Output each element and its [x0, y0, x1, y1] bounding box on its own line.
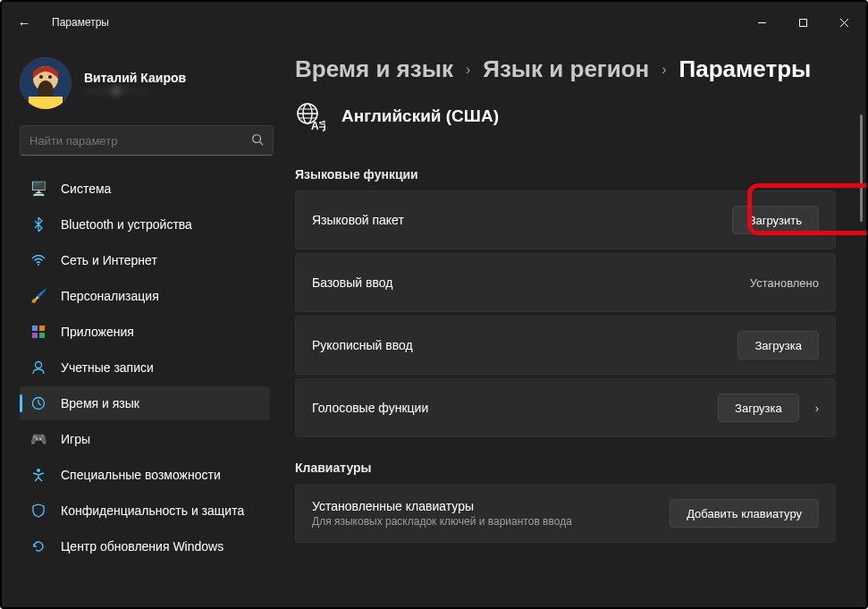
card-subtitle: Для языковых раскладок ключей и варианто…	[312, 515, 572, 528]
download-button[interactable]: Загрузка	[737, 331, 819, 359]
user-block[interactable]: Виталий Каиров ··········@·········	[20, 57, 270, 109]
sidebar-item-personalization[interactable]: 🖌️Персонализация	[20, 279, 270, 313]
close-button[interactable]	[823, 8, 864, 37]
search-icon	[251, 133, 264, 148]
download-button[interactable]: Загрузить	[732, 206, 819, 234]
svg-rect-16	[39, 333, 45, 338]
sidebar: Виталий Каиров ··········@········· 🖥️Си…	[2, 43, 279, 607]
avatar	[20, 57, 72, 109]
sidebar-item-network[interactable]: Сеть и Интернет	[20, 243, 270, 277]
breadcrumb-time-language[interactable]: Время и язык	[295, 55, 453, 83]
download-button[interactable]: Загрузка	[718, 393, 799, 422]
card-speech[interactable]: Голосовые функции Загрузка ›	[295, 378, 836, 437]
card-installed-keyboards[interactable]: Установленные клавиатуры Для языковых ра…	[295, 484, 836, 543]
brush-icon: 🖌️	[30, 288, 46, 304]
svg-point-7	[39, 75, 43, 79]
sidebar-item-gaming[interactable]: 🎮Игры	[20, 422, 270, 456]
sidebar-item-bluetooth[interactable]: Bluetooth и устройства	[20, 207, 270, 241]
person-icon	[30, 359, 46, 376]
card-title: Базовый ввод	[312, 275, 392, 290]
sidebar-item-label: Время и язык	[61, 396, 139, 410]
card-title: Голосовые функции	[312, 401, 428, 415]
svg-point-8	[48, 75, 52, 79]
sidebar-item-label: Учетные записи	[61, 360, 154, 375]
minimize-button[interactable]	[741, 8, 782, 37]
breadcrumb-language-region[interactable]: Язык и регион	[483, 55, 649, 83]
sidebar-item-label: Центр обновления Windows	[61, 539, 223, 554]
settings-window: ← Параметры	[0, 0, 868, 609]
accessibility-icon	[30, 467, 46, 483]
apps-icon	[30, 324, 46, 340]
section-keyboards: Клавиатуры	[295, 461, 866, 475]
shield-icon	[30, 503, 46, 519]
main-panel: Время и язык › Язык и регион › Параметры…	[279, 43, 866, 607]
language-header: A字 Английский (США)	[295, 101, 866, 131]
svg-point-10	[253, 134, 261, 142]
update-icon	[30, 538, 46, 554]
add-keyboard-button[interactable]: Добавить клавиатуру	[670, 499, 819, 528]
card-title: Рукописный ввод	[312, 338, 413, 352]
globe-clock-icon	[30, 395, 46, 411]
card-title: Языковой пакет	[312, 213, 404, 227]
display-icon: 🖥️	[30, 181, 46, 197]
svg-point-17	[36, 362, 42, 368]
card-language-pack: Языковой пакет Загрузить	[295, 190, 836, 250]
user-email: ··········@·········	[84, 85, 186, 96]
nav-list: 🖥️Система Bluetooth и устройства Сеть и …	[20, 172, 270, 563]
svg-rect-13	[32, 326, 38, 331]
bluetooth-icon	[30, 216, 46, 233]
section-language-features: Языковые функции	[295, 167, 866, 182]
sidebar-item-label: Система	[61, 182, 111, 196]
sidebar-item-system[interactable]: 🖥️Система	[20, 172, 270, 206]
sidebar-item-accessibility[interactable]: Специальные возможности	[20, 458, 270, 492]
language-globe-icon: A字	[295, 101, 325, 131]
sidebar-item-update[interactable]: Центр обновления Windows	[20, 529, 270, 563]
sidebar-item-label: Конфиденциальность и защита	[61, 503, 244, 518]
card-basic-typing: Базовый ввод Установлено	[295, 253, 836, 312]
svg-text:A字: A字	[311, 120, 325, 131]
svg-point-12	[38, 264, 39, 266]
svg-line-11	[260, 141, 264, 145]
search-box[interactable]	[20, 125, 274, 156]
search-input[interactable]	[29, 134, 251, 148]
sidebar-item-label: Приложения	[61, 325, 134, 339]
sidebar-item-accounts[interactable]: Учетные записи	[20, 351, 270, 385]
svg-rect-1	[799, 19, 806, 26]
chevron-right-icon: ›	[815, 402, 819, 415]
sidebar-item-time-language[interactable]: Время и язык	[20, 386, 270, 420]
keyboard-cards: Установленные клавиатуры Для языковых ра…	[295, 484, 866, 543]
window-title: Параметры	[52, 16, 109, 29]
back-button[interactable]: ←	[9, 7, 39, 38]
chevron-right-icon: ›	[662, 62, 666, 78]
sidebar-item-label: Bluetooth и устройства	[61, 217, 192, 232]
sidebar-item-label: Сеть и Интернет	[61, 253, 157, 267]
svg-point-21	[37, 469, 40, 472]
svg-rect-15	[32, 333, 38, 338]
sidebar-item-privacy[interactable]: Конфиденциальность и защита	[20, 494, 270, 528]
gamepad-icon: 🎮	[30, 431, 46, 447]
breadcrumb: Время и язык › Язык и регион › Параметры	[295, 55, 866, 83]
wifi-icon	[30, 252, 46, 268]
card-handwriting: Рукописный ввод Загрузка	[295, 316, 836, 375]
sidebar-item-label: Персонализация	[61, 289, 159, 303]
user-name: Виталий Каиров	[84, 71, 186, 85]
titlebar: ← Параметры	[2, 2, 866, 43]
maximize-button[interactable]	[782, 8, 823, 37]
svg-line-20	[38, 403, 41, 405]
page-title: Английский (США)	[341, 106, 499, 126]
sidebar-item-label: Игры	[61, 432, 90, 446]
breadcrumb-current: Параметры	[679, 55, 812, 83]
card-title: Установленные клавиатуры	[312, 499, 572, 513]
status-installed: Установлено	[750, 276, 819, 290]
feature-cards: Языковой пакет Загрузить Базовый ввод Ус…	[295, 190, 866, 437]
svg-rect-14	[39, 326, 45, 331]
chevron-right-icon: ›	[466, 62, 470, 78]
svg-rect-9	[29, 97, 63, 109]
sidebar-item-apps[interactable]: Приложения	[20, 315, 270, 349]
sidebar-item-label: Специальные возможности	[61, 468, 221, 482]
